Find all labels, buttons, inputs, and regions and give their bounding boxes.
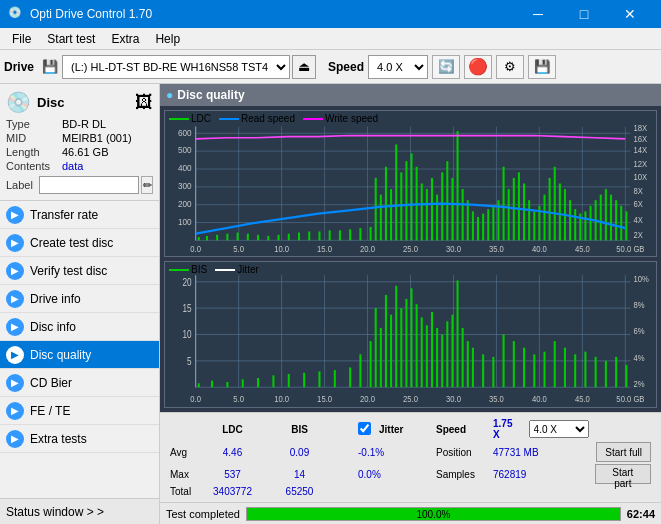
jitter-checkbox[interactable] — [358, 422, 371, 435]
svg-rect-110 — [615, 200, 617, 240]
menu-help[interactable]: Help — [147, 30, 188, 48]
svg-text:200: 200 — [178, 199, 192, 209]
svg-rect-47 — [216, 235, 218, 241]
menu-extra[interactable]: Extra — [103, 30, 147, 48]
svg-rect-156 — [288, 374, 290, 387]
svg-text:4%: 4% — [633, 352, 644, 363]
svg-rect-70 — [411, 153, 413, 240]
ldc-total: 3403772 — [200, 486, 265, 497]
svg-text:4X: 4X — [633, 215, 643, 224]
bis-total: 65250 — [267, 486, 332, 497]
samples-label: Samples — [434, 464, 489, 484]
chart-title-icon: ● — [166, 88, 173, 102]
burn-button[interactable]: 🔴 — [464, 55, 492, 79]
svg-rect-66 — [390, 189, 392, 240]
nav-disc-info[interactable]: ▶ Disc info — [0, 313, 159, 341]
minimize-button[interactable]: ─ — [515, 0, 561, 28]
app-title: Opti Drive Control 1.70 — [30, 7, 515, 21]
speed-select-stats[interactable]: 4.0 X — [529, 420, 589, 438]
nav-drive-info[interactable]: ▶ Drive info — [0, 285, 159, 313]
eject-button[interactable]: ⏏ — [292, 55, 316, 79]
nav-transfer-rate-label: Transfer rate — [30, 208, 98, 222]
label-input[interactable] — [39, 176, 139, 194]
nav-disc-quality[interactable]: ▶ Disc quality — [0, 341, 159, 369]
svg-rect-80 — [462, 189, 464, 240]
nav-create-test-disc[interactable]: ▶ Create test disc — [0, 229, 159, 257]
svg-rect-175 — [436, 328, 438, 387]
maximize-button[interactable]: □ — [561, 0, 607, 28]
menu-bar: File Start test Extra Help — [0, 28, 661, 50]
top-chart-legend: LDC Read speed Write speed — [169, 113, 378, 124]
svg-rect-163 — [375, 308, 377, 387]
svg-text:35.0: 35.0 — [489, 393, 504, 404]
status-window-button[interactable]: Status window > > — [0, 498, 159, 524]
nav-transfer-rate[interactable]: ▶ Transfer rate — [0, 201, 159, 229]
start-full-button[interactable]: Start full — [596, 442, 651, 462]
svg-rect-105 — [590, 206, 592, 241]
svg-rect-48 — [226, 234, 228, 241]
status-text: Test completed — [166, 508, 240, 520]
total-label: Total — [168, 486, 198, 497]
nav-verify-test-disc[interactable]: ▶ Verify test disc — [0, 257, 159, 285]
label-key: Label — [6, 179, 39, 191]
svg-rect-112 — [625, 211, 627, 240]
settings-button[interactable]: ⚙ — [496, 55, 524, 79]
svg-rect-86 — [492, 206, 494, 241]
svg-rect-61 — [359, 228, 361, 240]
nav-disc-quality-icon: ▶ — [6, 346, 24, 364]
svg-rect-170 — [411, 288, 413, 387]
svg-text:10.0: 10.0 — [274, 244, 289, 253]
nav-create-test-disc-label: Create test disc — [30, 236, 113, 250]
svg-rect-62 — [370, 227, 372, 240]
svg-rect-166 — [390, 315, 392, 388]
svg-rect-93 — [528, 200, 530, 240]
svg-rect-63 — [375, 178, 377, 240]
svg-rect-81 — [467, 200, 469, 240]
menu-file[interactable]: File — [4, 30, 39, 48]
nav-fe-te[interactable]: ▶ FE / TE — [0, 397, 159, 425]
svg-text:0.0: 0.0 — [190, 393, 201, 404]
stats-bar: LDC BIS Jitter Speed 1.75 X 4.0 X Avg — [160, 412, 661, 502]
svg-rect-84 — [482, 214, 484, 241]
svg-rect-58 — [329, 230, 331, 240]
svg-rect-75 — [436, 195, 438, 241]
svg-rect-195 — [605, 361, 607, 387]
svg-rect-197 — [625, 365, 627, 387]
bottom-chart-svg: 20 15 10 5 10% 8% 6% 4% 2% 0.0 5.0 10.0 … — [165, 262, 656, 407]
refresh-button[interactable]: 🔄 — [432, 55, 460, 79]
svg-rect-180 — [462, 328, 464, 387]
start-part-button[interactable]: Start part — [595, 464, 651, 484]
svg-text:14X: 14X — [633, 146, 647, 155]
svg-rect-159 — [334, 370, 336, 387]
speed-select[interactable]: 4.0 X — [368, 55, 428, 79]
bottom-chart-legend: BIS Jitter — [169, 264, 259, 275]
nav-extra-tests-icon: ▶ — [6, 430, 24, 448]
menu-start-test[interactable]: Start test — [39, 30, 103, 48]
legend-ldc-label: LDC — [191, 113, 211, 124]
svg-text:8%: 8% — [633, 299, 644, 310]
svg-rect-194 — [595, 357, 597, 387]
svg-rect-173 — [426, 325, 428, 387]
legend-bis: BIS — [169, 264, 207, 275]
svg-text:2%: 2% — [633, 378, 644, 389]
contents-key: Contents — [6, 160, 62, 172]
contents-val: data — [62, 160, 83, 172]
svg-rect-109 — [610, 195, 612, 241]
col-ldc-header: LDC — [200, 418, 265, 440]
svg-rect-55 — [298, 233, 300, 241]
drive-select[interactable]: (L:) HL-DT-ST BD-RE WH16NS58 TST4 — [62, 55, 290, 79]
save-button[interactable]: 💾 — [528, 55, 556, 79]
progress-bar: 100.0% — [246, 507, 621, 521]
svg-text:8X: 8X — [633, 186, 643, 195]
close-button[interactable]: ✕ — [607, 0, 653, 28]
nav-extra-tests[interactable]: ▶ Extra tests — [0, 425, 159, 453]
nav-cd-bier[interactable]: ▶ CD Bier — [0, 369, 159, 397]
svg-text:30.0: 30.0 — [446, 244, 461, 253]
svg-text:12X: 12X — [633, 159, 647, 168]
legend-jitter-label: Jitter — [237, 264, 259, 275]
svg-rect-104 — [584, 211, 586, 240]
label-edit-button[interactable]: ✏ — [141, 176, 153, 194]
svg-rect-89 — [508, 189, 510, 240]
max-label: Max — [168, 464, 198, 484]
svg-rect-107 — [600, 195, 602, 241]
